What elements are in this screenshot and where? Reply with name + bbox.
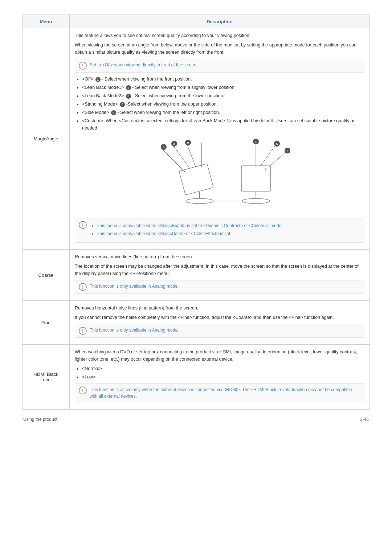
list-item: <Lean Back Mode1> 2 - Select when viewin… <box>82 84 364 91</box>
badge-3: 3 <box>126 94 131 99</box>
note-text-1: Set to <Off> when viewing directly in fr… <box>90 62 197 68</box>
svg-text:4: 4 <box>163 145 164 149</box>
menu-label-hdmi: HDMI Black Level <box>23 345 70 409</box>
svg-text:2: 2 <box>187 141 189 145</box>
hdmi-note-icon <box>79 386 87 394</box>
list-item: <Low> <box>82 373 364 381</box>
list-item: <Custom> -When <Custom> is selected, set… <box>82 117 364 132</box>
svg-line-19 <box>260 145 276 167</box>
list-item: <Side Mode> 5 - Select when viewing from… <box>82 109 364 116</box>
svg-line-7 <box>187 144 196 168</box>
footer-left: Using the product <box>23 417 57 422</box>
desc-para-2: When viewing the screen at an angle from… <box>75 41 364 56</box>
svg-text:1: 1 <box>255 140 257 144</box>
desc-fine: Removes horizontal noise lines (line pat… <box>70 301 370 345</box>
menu-label-fine: Fine <box>23 301 70 345</box>
warning-icon <box>79 221 87 229</box>
table-row: Coarse Removes vertical noise lines (lin… <box>23 250 370 301</box>
svg-point-1 <box>82 67 83 67</box>
menu-label-coarse: Coarse <box>23 250 70 301</box>
badge-4: 4 <box>120 102 125 107</box>
table-header-description: Description <box>70 15 370 28</box>
desc-coarse: Removes vertical noise lines (line patte… <box>70 250 370 301</box>
svg-point-33 <box>82 332 83 333</box>
table-row: Fine Removes horizontal noise lines (lin… <box>23 301 370 345</box>
table-row: HDMI Black Level When watching with a DV… <box>23 345 370 409</box>
badge-5: 5 <box>111 110 116 115</box>
fine-para-1: Removes horizontal noise lines (line pat… <box>75 304 364 312</box>
svg-line-6 <box>172 145 191 169</box>
table-header-menu: Menu <box>23 15 70 28</box>
svg-line-5 <box>162 148 185 172</box>
magic-angle-diagram: 4 3 2 <box>75 138 364 212</box>
fine-para-2: If you cannot remove the noise completel… <box>75 314 364 321</box>
list-item: <Standing Mode> 4 -Select when viewing f… <box>82 100 364 108</box>
desc-hdmi: When watching with a DVD or set-top box … <box>70 345 370 409</box>
warning-item-2: This menu is unavailable when <MagicColo… <box>97 230 283 237</box>
desc-magicangle: This feature allows you to see optimal s… <box>70 28 370 250</box>
warning-box-magicangle: This menu is unavailable when <MagicBrig… <box>75 218 364 243</box>
coarse-note: This function is only available in Analo… <box>75 280 364 294</box>
hdmi-para-1: When watching with a DVD or set-top box … <box>75 348 364 363</box>
fine-note-text: This function is only available in Analo… <box>90 327 179 333</box>
list-item: <Normal> <box>82 365 364 372</box>
hdmi-note: This function is active only when the ex… <box>75 383 364 402</box>
coarse-para-2: The location of the screen may be change… <box>75 263 364 277</box>
fine-note-icon <box>79 327 87 335</box>
svg-text:3: 3 <box>173 142 175 146</box>
footer-right: 3-46 <box>360 417 369 422</box>
svg-point-35 <box>82 391 83 392</box>
svg-point-2 <box>186 198 213 204</box>
note-box-1: Set to <Off> when viewing directly in fr… <box>75 59 364 73</box>
badge-2: 2 <box>126 85 131 90</box>
svg-rect-17 <box>241 166 270 191</box>
svg-point-31 <box>82 288 83 289</box>
list-item: <Lean Back Mode2> 3 - Select when viewin… <box>82 92 364 99</box>
svg-point-29 <box>82 226 83 227</box>
fine-note: This function is only available in Analo… <box>75 324 364 338</box>
svg-point-15 <box>242 198 270 204</box>
hdmi-bullet-list: <Normal> <Low> <box>82 365 364 381</box>
menu-label-magicangle: MagicAngle <box>23 28 70 250</box>
desc-para-1: This feature allows you to see optimal s… <box>75 32 364 39</box>
coarse-note-icon <box>79 283 87 291</box>
diagram-svg: 4 3 2 <box>143 138 296 210</box>
bullet-list-magicangle: <Off> 1 - Select when viewing from the f… <box>82 75 364 132</box>
coarse-note-text: This function is only available in Analo… <box>90 283 179 290</box>
badge-1: 1 <box>95 77 101 82</box>
svg-line-20 <box>265 151 287 170</box>
list-item: <Off> 1 - Select when viewing from the f… <box>82 75 364 83</box>
page-footer: Using the product 3-46 <box>22 417 370 422</box>
svg-text:6: 6 <box>286 149 288 153</box>
note-icon-1 <box>79 62 87 70</box>
svg-rect-4 <box>179 164 213 195</box>
warning-list: This menu is unavailable when <MagicBrig… <box>97 222 283 238</box>
svg-text:5: 5 <box>276 142 278 146</box>
warning-item-1: This menu is unavailable when <MagicBrig… <box>97 222 283 229</box>
hdmi-note-text: This function is active only when the ex… <box>90 386 360 399</box>
coarse-para-1: Removes vertical noise lines (line patte… <box>75 253 364 260</box>
table-row: MagicAngle This feature allows you to se… <box>23 28 370 250</box>
